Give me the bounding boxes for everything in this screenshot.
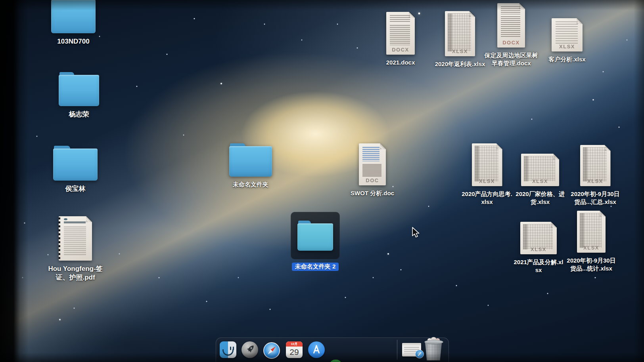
calendar-month: 10月 xyxy=(286,341,303,347)
safari-icon[interactable] xyxy=(263,342,280,359)
xlsx-file-icon[interactable]: XLSX xyxy=(445,11,475,56)
trash-icon[interactable] xyxy=(424,338,443,360)
folder-icon[interactable] xyxy=(59,72,99,106)
dock-separator xyxy=(397,340,397,360)
xlsx-file-icon[interactable]: XLSX xyxy=(577,211,606,253)
item-label: 杨志荣 xyxy=(69,110,89,119)
desktop-item-untitled-folder[interactable]: 未命名文件夹 xyxy=(224,143,277,189)
xlsx-badge: XLSX xyxy=(580,178,611,184)
item-label: 103ND700 xyxy=(57,37,89,46)
xlsx-badge: XLSX xyxy=(577,245,606,251)
xlsx-file-icon[interactable]: XLSX xyxy=(580,145,611,186)
folder-icon[interactable] xyxy=(229,143,272,177)
xlsx-badge: XLSX xyxy=(472,178,502,184)
item-label: 客户分析.xlsx xyxy=(548,55,585,63)
xlsx-badge: XLSX xyxy=(552,44,583,50)
doc-badge: DOC xyxy=(359,177,386,183)
desktop-item-2020-product-direction-xlsx[interactable]: XLSX 2020产品方向思考.xlsx xyxy=(461,143,513,206)
docx-badge: DOCX xyxy=(497,40,525,46)
rocket-glyph xyxy=(242,341,258,358)
pdf-file-icon[interactable] xyxy=(59,216,92,261)
desktop-item-yangzhirong[interactable]: 杨志荣 xyxy=(53,71,105,119)
desktop-item-untitled-folder-2-selected[interactable]: 未命名文件夹 2 xyxy=(291,212,340,271)
desktop-item-2021-product-breakdown-xlsx[interactable]: XLSX 2021产品及分解.xlsx xyxy=(513,216,564,274)
desktop-item-baoding-docx[interactable]: DOCX 保定及周边地区果树早春管理.docx xyxy=(484,2,539,67)
wallpaper-stars xyxy=(0,0,1,1)
window-titlebar xyxy=(402,343,421,345)
launchpad-icon[interactable] xyxy=(242,341,258,358)
item-label: 2021产品及分解.xlsx xyxy=(513,258,564,274)
xlsx-badge: XLSX xyxy=(445,48,475,54)
item-label: 2020厂家价格、进货.xlsx xyxy=(515,190,565,206)
safari-badge-icon xyxy=(415,350,424,358)
xlsx-file-icon[interactable]: XLSX xyxy=(520,222,557,254)
compass-needle xyxy=(264,343,279,358)
folder-icon[interactable] xyxy=(297,221,333,251)
item-label: 2020年返利表.xlsx xyxy=(435,60,485,68)
desktop-item-103nd700[interactable]: 103ND700 xyxy=(47,0,100,46)
docx-file-icon[interactable]: DOCX xyxy=(497,3,525,48)
selected-item-label: 未命名文件夹 2 xyxy=(292,263,339,271)
desktop: 103ND700 杨志荣 侯宝林 Hou Yongfeng-签证、护照.pdf … xyxy=(0,0,644,362)
desktop-item-2020-goods-stats-xlsx[interactable]: XLSX 2020年初-9月30日货品...统计.xlsx xyxy=(565,210,617,272)
app-store-icon[interactable] xyxy=(308,341,325,358)
wechat-bubble-large xyxy=(330,360,341,362)
xlsx-badge: XLSX xyxy=(520,246,557,252)
calendar-icon[interactable]: 10月 29 xyxy=(286,341,303,358)
item-label: 2021.docx xyxy=(386,59,415,67)
desktop-item-houbaolin[interactable]: 侯宝林 xyxy=(48,145,102,193)
folder-icon[interactable] xyxy=(53,146,98,181)
desktop-item-2020-rebate-xlsx[interactable]: XLSX 2020年返利表.xlsx xyxy=(434,10,486,68)
finder-icon[interactable] xyxy=(220,341,236,358)
docx-badge: DOCX xyxy=(386,47,415,53)
folder-icon[interactable] xyxy=(51,0,96,33)
selection-highlight-box[interactable] xyxy=(291,212,340,259)
wallpaper-stars-bright xyxy=(0,0,1,1)
item-label: 侯宝林 xyxy=(65,185,86,193)
xlsx-file-icon[interactable]: XLSX xyxy=(552,18,583,51)
xlsx-badge: XLSX xyxy=(521,178,559,184)
trash-rim xyxy=(424,340,443,344)
item-label: 未命名文件夹 xyxy=(233,181,268,189)
mouse-cursor xyxy=(411,227,420,240)
app-store-a-glyph xyxy=(308,341,325,358)
item-label: 2020产品方向思考.xlsx xyxy=(461,190,513,206)
wechat-icon[interactable] xyxy=(330,358,347,362)
xlsx-file-icon[interactable]: XLSX xyxy=(521,154,559,186)
docx-file-icon[interactable]: DOCX xyxy=(386,12,415,55)
item-label: 2020年初-9月30日货品...统计.xlsx xyxy=(565,257,617,272)
item-label: 2020年初-9月30日货品...汇总.xlsx xyxy=(570,190,621,206)
doc-file-icon[interactable]: DOC xyxy=(359,143,386,185)
item-label: 保定及周边地区果树早春管理.docx xyxy=(484,51,539,67)
desktop-item-hou-yongfeng-pdf[interactable]: Hou Yongfeng-签证、护照.pdf xyxy=(48,215,103,282)
desktop-item-2021-docx[interactable]: DOCX 2021.docx xyxy=(374,11,427,67)
item-label: Hou Yongfeng-签证、护照.pdf xyxy=(48,265,103,282)
minimized-safari-window[interactable] xyxy=(402,343,421,356)
item-label: SWOT 分析.doc xyxy=(351,189,394,197)
desktop-item-2020-goods-summary-xlsx[interactable]: XLSX 2020年初-9月30日货品...汇总.xlsx xyxy=(570,143,621,206)
desktop-item-2020-vendor-price-xlsx[interactable]: XLSX 2020厂家价格、进货.xlsx xyxy=(515,143,565,206)
xlsx-file-icon[interactable]: XLSX xyxy=(472,143,502,186)
calendar-day: 29 xyxy=(286,347,303,358)
desktop-item-swot-doc[interactable]: DOC SWOT 分析.doc xyxy=(345,143,399,197)
desktop-item-customer-analysis-xlsx[interactable]: XLSX 客户分析.xlsx xyxy=(536,17,598,63)
